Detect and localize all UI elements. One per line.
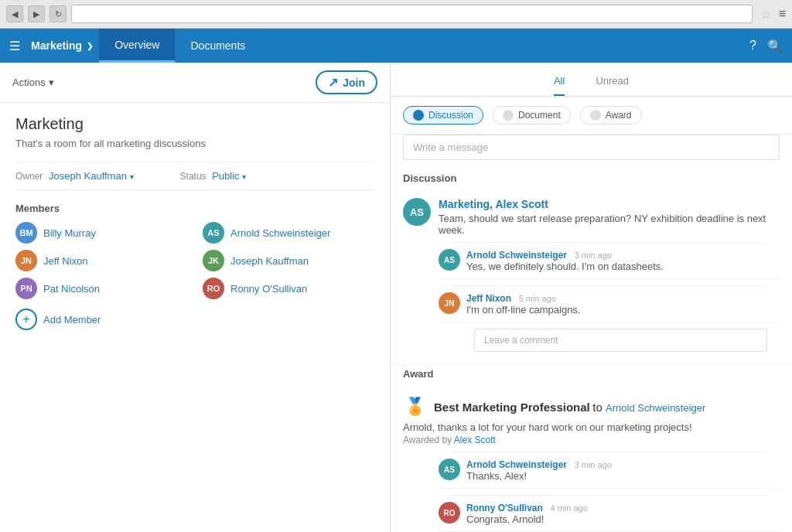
award-reply-arnold: AS Arnold Schweinsteiger 3 min ago Thank… [439, 459, 780, 489]
award-title-block: Best Marketing Professional to Arnold Sc… [434, 401, 705, 414]
avatar-billy-murray: BM [15, 222, 37, 244]
award-to-label: to [592, 401, 606, 414]
add-member-icon: + [15, 309, 37, 330]
marketing-label: Marketing [31, 39, 82, 52]
main-layout: Actions ▾ ↗ Join Marketing That's a room… [0, 63, 792, 532]
reply-thread: AS Arnold Schweinsteiger 3 min ago Yes, … [439, 242, 780, 352]
address-bar[interactable] [71, 5, 753, 23]
hamburger-icon[interactable]: ☰ [9, 39, 20, 53]
room-description: That's a room for all marketing discussi… [15, 138, 374, 149]
reply-time-jeff: 5 min ago [519, 294, 556, 303]
reply-avatar-arnold: AS [439, 249, 460, 271]
member-pat-nicolson[interactable]: PN Pat Nicolson [15, 278, 187, 299]
add-member-label: Add Member [43, 314, 101, 326]
award-reply-arnold-content: Arnold Schweinsteiger 3 min ago Thanks, … [466, 459, 612, 482]
discussion-filter-icon [413, 110, 424, 121]
awarded-by-name[interactable]: Alex Scott [454, 435, 496, 445]
write-message-input[interactable]: Write a message [403, 135, 780, 160]
member-jeff-nixon[interactable]: JN Jeff Nixon [15, 250, 187, 271]
discussion-content: Marketing, Alex Scott Team, should we st… [439, 198, 780, 236]
search-icon[interactable]: 🔍 [767, 39, 783, 53]
tab-unread[interactable]: Unread [596, 70, 629, 96]
leave-comment-input[interactable]: Leave a comment [474, 329, 767, 352]
join-label: Join [343, 77, 365, 89]
status-label: Status [180, 171, 207, 182]
award-section-label: Award [391, 365, 792, 386]
owner-status-row: Owner Joseph Kauffman ▾ Status Public ▾ [15, 162, 374, 190]
award-reply-time-ronny: 4 min ago [551, 503, 588, 513]
status-dropdown-icon: ▾ [242, 172, 246, 181]
award-reply-ronny: RO Ronny O'Sullivan 4 min ago Congrats, … [439, 502, 780, 532]
avatar-arnold-schweinsteiger: AS [203, 222, 224, 244]
actions-dropdown-arrow: ▾ [49, 77, 54, 88]
avatar-ronny: RO [203, 278, 224, 299]
browser-chrome: ◀ ▶ ↻ ☆ ≡ [0, 0, 792, 29]
tab-overview[interactable]: Overview [99, 29, 175, 63]
top-navigation: ☰ Marketing ❯ Overview Documents ? 🔍 [0, 29, 792, 63]
filter-document[interactable]: Document [493, 106, 571, 124]
reply-jeff: JN Jeff Nixon 5 min ago I'm on off-line … [439, 292, 780, 322]
bookmark-icon[interactable]: ☆ [760, 7, 771, 22]
tab-documents[interactable]: Documents [175, 29, 261, 63]
marketing-nav-item[interactable]: Marketing ❯ [25, 39, 99, 52]
reply-jeff-content: Jeff Nixon 5 min ago I'm on off-line cam… [466, 292, 580, 315]
actions-label: Actions [12, 77, 46, 88]
member-name-ronny: Ronny O'Sullivan [230, 283, 307, 295]
owner-dropdown-icon: ▾ [130, 172, 134, 181]
award-filter-icon [590, 110, 601, 121]
member-ronny-osullivan[interactable]: RO Ronny O'Sullivan [203, 278, 374, 299]
member-name-jeff-nixon: Jeff Nixon [43, 255, 88, 267]
avatar-joseph-kauffman: JK [203, 250, 224, 271]
award-title: Best Marketing Professional [434, 401, 590, 414]
right-panel: All Unread Discussion Document Award Wri… [391, 63, 792, 532]
tabs-header: All Unread [391, 63, 792, 97]
actions-bar: Actions ▾ ↗ Join [0, 63, 390, 103]
status-field: Status Public ▾ [180, 170, 247, 182]
award-reply-time-arnold: 3 min ago [575, 460, 612, 469]
actions-button[interactable]: Actions ▾ [12, 77, 54, 88]
filter-award[interactable]: Award [580, 106, 642, 124]
reply-author-arnold: Arnold Schweinsteiger [466, 250, 567, 261]
refresh-button[interactable]: ↻ [50, 5, 67, 22]
member-name-pat: Pat Nicolson [43, 283, 100, 295]
award-reply-thread: AS Arnold Schweinsteiger 3 min ago Thank… [439, 452, 780, 532]
filter-discussion[interactable]: Discussion [403, 106, 483, 124]
room-title: Marketing [15, 115, 374, 133]
award-reply-author-ronny: Ronny O'Sullivan [466, 503, 543, 513]
award-reply-text-arnold: Thanks, Alex! [466, 470, 612, 482]
filter-row: Discussion Document Award [391, 97, 792, 135]
award-recipient[interactable]: Arnold Schweinsteiger [606, 402, 705, 414]
discussion-body: Team, should we start release preparatio… [439, 213, 780, 236]
reply-text-arnold: Yes, we definitely should. I'm on datash… [466, 261, 664, 272]
owner-label: Owner [15, 171, 43, 182]
member-billy-murray[interactable]: BM Billy Murray [15, 222, 187, 244]
join-button[interactable]: ↗ Join [316, 70, 377, 94]
browser-menu-icon[interactable]: ≡ [779, 7, 786, 21]
nav-right-actions: ? 🔍 [749, 39, 783, 53]
member-joseph-kauffman[interactable]: JK Joseph Kauffman [203, 250, 374, 271]
awarded-by-field: Awarded by Alex Scott [403, 435, 780, 445]
discussion-author-avatar: AS [403, 198, 431, 226]
help-icon[interactable]: ? [749, 39, 756, 53]
owner-value[interactable]: Joseph Kauffman ▾ [49, 170, 134, 182]
award-reply-author-arnold: Arnold Schweinsteiger [466, 459, 567, 470]
award-reply-ronny-content: Ronny O'Sullivan 4 min ago Congrats, Arn… [466, 502, 588, 525]
reply-time-arnold: 3 min ago [575, 251, 612, 260]
award-divider2 [451, 495, 767, 496]
document-filter-icon [503, 110, 514, 121]
award-divider1 [451, 452, 767, 452]
add-member-button[interactable]: + Add Member [15, 309, 374, 330]
forward-button[interactable]: ▶ [28, 5, 45, 22]
tab-all[interactable]: All [554, 70, 565, 96]
member-name-arnold: Arnold Schweinsteiger [230, 227, 330, 239]
back-button[interactable]: ◀ [6, 5, 23, 22]
owner-field: Owner Joseph Kauffman ▾ [15, 170, 134, 182]
member-arnold-schweinsteiger[interactable]: AS Arnold Schweinsteiger [203, 222, 374, 244]
discussion-title[interactable]: Marketing, Alex Scott [439, 198, 780, 210]
member-name-joseph: Joseph Kauffman [230, 255, 309, 267]
left-panel: Actions ▾ ↗ Join Marketing That's a room… [0, 63, 391, 532]
award-description: Arnold, thanks a lot for your hard work … [403, 421, 780, 433]
reply-text-jeff: I'm on off-line campaigns. [466, 304, 580, 315]
status-value[interactable]: Public ▾ [212, 170, 246, 182]
discussion-header: AS Marketing, Alex Scott Team, should we… [403, 198, 780, 236]
